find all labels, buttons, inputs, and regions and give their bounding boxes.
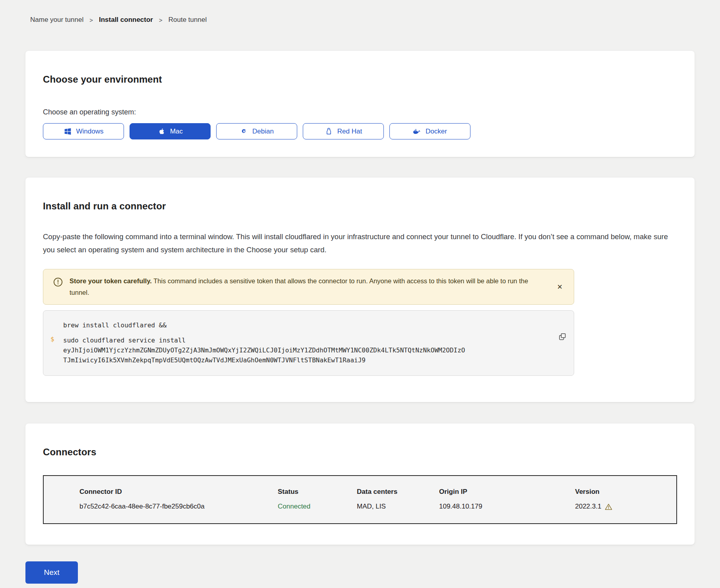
os-button-mac[interactable]: Mac xyxy=(130,123,211,139)
choose-environment-card: Choose your environment Choose an operat… xyxy=(25,51,695,157)
os-button-label: Debian xyxy=(252,128,274,135)
col-header-origin-ip: Origin IP xyxy=(439,488,575,496)
breadcrumb-separator: > xyxy=(89,17,93,23)
copy-icon[interactable] xyxy=(557,333,567,342)
install-card-title: Install and run a connector xyxy=(43,201,677,212)
command-code-block: brew install cloudflared && $ sudo cloud… xyxy=(43,310,574,376)
table-row: b7c52c42-6caa-48ee-8c77-fbe259cb6c0a Con… xyxy=(44,503,676,511)
os-button-label: Mac xyxy=(170,128,183,135)
connectors-table: Connector ID Status Data centers Origin … xyxy=(43,475,677,524)
breadcrumb-step-name-your-tunnel[interactable]: Name your tunnel xyxy=(30,16,83,24)
breadcrumb-step-install-connector[interactable]: Install connector xyxy=(99,16,153,24)
os-button-windows[interactable]: Windows xyxy=(43,123,124,139)
alert-title: Store your token carefully. xyxy=(70,277,152,284)
col-header-data-centers: Data centers xyxy=(357,488,439,496)
close-icon[interactable]: ✕ xyxy=(554,281,566,293)
table-header-row: Connector ID Status Data centers Origin … xyxy=(44,488,676,496)
warning-triangle-icon[interactable] xyxy=(605,503,612,511)
os-button-label: Docker xyxy=(426,128,447,135)
command-text: sudo cloudflared service install xyxy=(63,335,546,345)
cell-connector-id: b7c52c42-6caa-48ee-8c77-fbe259cb6c0a xyxy=(44,503,278,511)
alert-text: Store your token carefully. This command… xyxy=(70,275,542,298)
page: Name your tunnel > Install connector > R… xyxy=(0,0,720,588)
token-warning-alert: Store your token carefully. This command… xyxy=(43,269,574,305)
os-button-label: Red Hat xyxy=(337,128,362,135)
cell-status: Connected xyxy=(278,503,357,511)
debian-swirl-icon xyxy=(240,127,248,135)
col-header-version: Version xyxy=(575,488,676,496)
command-line-1: brew install cloudflared && xyxy=(63,320,546,330)
cell-origin-ip: 109.48.10.179 xyxy=(439,503,575,511)
breadcrumb: Name your tunnel > Install connector > R… xyxy=(30,16,695,24)
token-line-2: TJmIiwicyI6Ik5XVmhZekpqTmpVdE5UQmtOQzAwT… xyxy=(63,355,546,365)
connectors-card: Connectors Connector ID Status Data cent… xyxy=(25,424,695,545)
command-line-2: sudo cloudflared service install eyJhIjo… xyxy=(63,335,546,365)
next-button[interactable]: Next xyxy=(25,561,78,584)
alert-circle-icon xyxy=(53,277,63,287)
dollar-prompt: $ xyxy=(50,335,63,365)
install-connector-card: Install and run a connector Copy-paste t… xyxy=(25,178,695,402)
os-button-docker[interactable]: Docker xyxy=(389,123,470,139)
docker-whale-icon xyxy=(413,127,421,135)
breadcrumb-step-route-tunnel[interactable]: Route tunnel xyxy=(168,16,207,24)
breadcrumb-separator: > xyxy=(159,17,163,23)
windows-icon xyxy=(64,127,72,135)
cell-version: 2022.3.1 xyxy=(575,503,676,511)
prompt-column xyxy=(50,320,63,330)
connectors-card-title: Connectors xyxy=(43,447,677,458)
col-header-status: Status xyxy=(278,488,357,496)
cell-data-centers: MAD, LIS xyxy=(357,503,439,511)
token-line-1: eyJhIjoiOWM1YjczYzhmZGNmZDUyOTg2ZjA3NmJm… xyxy=(63,345,546,355)
os-button-redhat[interactable]: Red Hat xyxy=(303,123,384,139)
install-description: Copy-paste the following command into a … xyxy=(43,230,677,256)
os-select-label: Choose an operating system: xyxy=(43,108,677,116)
code-line-group: $ sudo cloudflared service install eyJhI… xyxy=(50,335,546,365)
os-button-label: Windows xyxy=(76,128,104,135)
apple-icon xyxy=(157,127,166,135)
linux-penguin-icon xyxy=(325,127,333,135)
code-line-group: brew install cloudflared && xyxy=(50,320,546,330)
col-header-connector-id: Connector ID xyxy=(44,488,278,496)
os-button-debian[interactable]: Debian xyxy=(216,123,297,139)
os-button-group: Windows Mac Debian Red Hat xyxy=(43,123,677,139)
version-text: 2022.3.1 xyxy=(575,503,601,511)
environment-card-title: Choose your environment xyxy=(43,74,677,85)
